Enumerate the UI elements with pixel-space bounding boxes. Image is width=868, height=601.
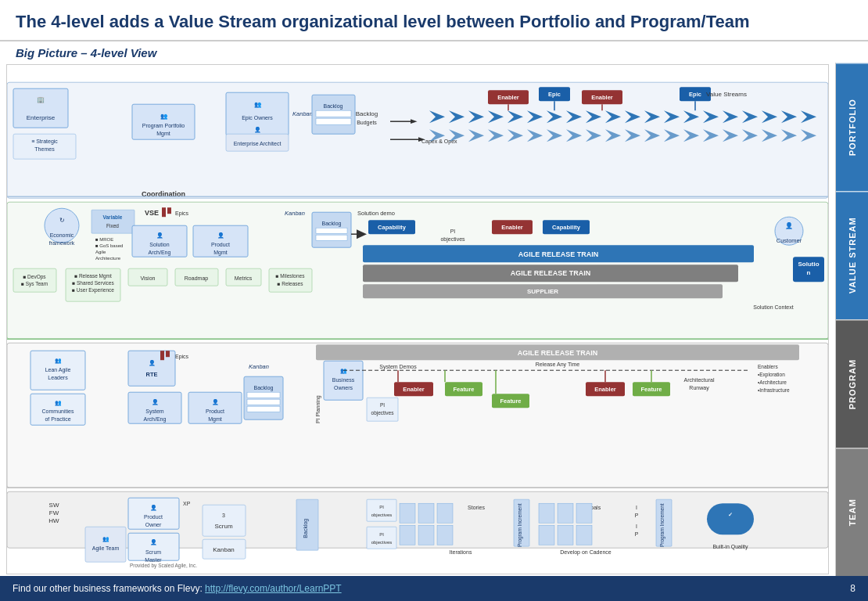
- svg-text:Enterprise: Enterprise: [27, 114, 56, 121]
- svg-text:Owner: Owner: [145, 522, 162, 527]
- label-program: PROGRAM: [836, 319, 868, 448]
- svg-text:P: P: [635, 513, 639, 518]
- svg-text:Fixed: Fixed: [106, 223, 119, 229]
- svg-rect-229: [203, 505, 246, 536]
- svg-rect-225: [128, 533, 179, 560]
- svg-text:Master: Master: [145, 557, 162, 563]
- svg-text:PI: PI: [450, 229, 456, 234]
- svg-rect-261: [400, 503, 415, 523]
- svg-text:Epic Owners: Epic Owners: [242, 115, 273, 121]
- svg-text:■ DevOps: ■ DevOps: [23, 274, 46, 280]
- svg-text:Capability: Capability: [552, 224, 581, 231]
- svg-text:Owners: Owners: [334, 385, 353, 390]
- diagram-svg: 🏢 Enterprise ≡ Strategic Themes Coordina…: [7, 65, 828, 574]
- svg-text:👤: 👤: [217, 232, 224, 239]
- svg-rect-267: [539, 503, 554, 523]
- page-title: The 4-level adds a Value Stream organiza…: [16, 11, 852, 34]
- svg-text:👤: 👤: [156, 232, 163, 239]
- svg-text:HW: HW: [48, 517, 59, 524]
- right-labels: PORTFOLIO VALUE STREAM PROGRAM TEAM: [835, 63, 868, 576]
- svg-text:I: I: [636, 524, 637, 529]
- svg-text:Business: Business: [332, 377, 355, 383]
- svg-text:Architecture: Architecture: [95, 256, 121, 261]
- svg-text:•Infrastructure: •Infrastructure: [758, 387, 790, 393]
- footer: Find our other business frameworks on Fl…: [0, 576, 868, 601]
- svg-text:Kanban: Kanban: [249, 363, 269, 370]
- svg-rect-242: [367, 527, 396, 549]
- svg-text:Enabler: Enabler: [591, 94, 613, 101]
- svg-rect-24: [316, 110, 351, 117]
- svg-text:AGILE RELEASE TRAIN: AGILE RELEASE TRAIN: [511, 269, 591, 277]
- svg-text:Value Streams: Value Streams: [706, 91, 747, 98]
- footer-link[interactable]: http://flevy.com/author/LearnPPT: [205, 583, 342, 594]
- svg-text:Backlog: Backlog: [303, 518, 309, 538]
- svg-rect-150: [269, 268, 312, 292]
- svg-text:👥: 👥: [102, 535, 109, 542]
- page-wrapper: The 4-level adds a Value Stream organiza…: [0, 0, 868, 601]
- svg-text:Backlog: Backlog: [356, 110, 378, 117]
- svg-text:Communities: Communities: [42, 408, 74, 414]
- svg-text:Feature: Feature: [640, 386, 662, 393]
- svg-text:Provided by Scaled Agile, Inc.: Provided by Scaled Agile, Inc.: [130, 563, 197, 569]
- svg-rect-263: [418, 503, 434, 523]
- label-team: TEAM: [836, 448, 868, 576]
- svg-text:Runway: Runway: [689, 385, 709, 391]
- svg-text:Develop on Cadence: Develop on Cadence: [560, 549, 611, 556]
- svg-text:RTE: RTE: [146, 371, 158, 378]
- svg-rect-264: [418, 525, 434, 545]
- svg-rect-182: [247, 399, 280, 405]
- svg-text:Program Portfolio: Program Portfolio: [142, 123, 185, 129]
- svg-text:Budgets: Budgets: [357, 120, 377, 126]
- svg-rect-179: [244, 376, 283, 419]
- svg-text:I: I: [636, 505, 637, 510]
- svg-text:AGILE RELEASE TRAIN: AGILE RELEASE TRAIN: [518, 250, 599, 258]
- svg-text:of Practice: of Practice: [45, 416, 70, 422]
- svg-text:Enabler: Enabler: [594, 386, 616, 393]
- footer-text: Find our other business frameworks on Fl…: [13, 583, 342, 594]
- svg-rect-181: [247, 392, 280, 398]
- svg-text:P: P: [635, 531, 639, 537]
- svg-rect-25: [316, 118, 351, 124]
- svg-text:AGILE RELEASE TRAIN: AGILE RELEASE TRAIN: [518, 349, 598, 357]
- svg-text:Roadmap: Roadmap: [185, 275, 208, 282]
- svg-text:Capability: Capability: [378, 224, 407, 231]
- svg-text:Solution Context: Solution Context: [753, 304, 793, 310]
- diagram-container: 🏢 Enterprise ≡ Strategic Themes Coordina…: [6, 64, 829, 574]
- svg-text:👤: 👤: [149, 359, 156, 366]
- svg-text:Solutio: Solutio: [798, 261, 819, 268]
- svg-text:Epic: Epic: [548, 91, 561, 98]
- svg-text:•Exploration: •Exploration: [758, 372, 785, 378]
- svg-text:SW: SW: [49, 502, 59, 509]
- svg-text:PI: PI: [379, 505, 384, 509]
- svg-text:Enablers: Enablers: [758, 364, 778, 369]
- svg-text:Program Increment: Program Increment: [517, 503, 523, 547]
- svg-text:Solution demo: Solution demo: [357, 210, 395, 217]
- svg-text:SUPPLIER: SUPPLIER: [527, 288, 558, 295]
- svg-rect-168: [166, 351, 170, 357]
- svg-text:👥: 👥: [55, 399, 62, 406]
- svg-text:Kanban: Kanban: [213, 546, 235, 553]
- page-number: 8: [850, 583, 855, 594]
- svg-text:Vision: Vision: [141, 275, 156, 281]
- svg-text:Epic: Epic: [689, 91, 701, 98]
- svg-text:framework: framework: [49, 240, 75, 246]
- svg-text:Economic: Economic: [50, 232, 74, 238]
- svg-text:■ GoS based: ■ GoS based: [95, 243, 123, 248]
- svg-text:Feature: Feature: [453, 386, 474, 393]
- svg-rect-111: [316, 228, 347, 233]
- svg-text:Feature: Feature: [500, 398, 521, 405]
- svg-text:Epics: Epics: [175, 211, 189, 217]
- svg-text:Built-in Quality: Built-in Quality: [712, 544, 748, 550]
- diagram-area: 🏢 Enterprise ≡ Strategic Themes Coordina…: [0, 63, 868, 576]
- svg-text:Stories: Stories: [468, 505, 485, 510]
- svg-text:Scrum: Scrum: [145, 549, 161, 555]
- svg-rect-271: [576, 503, 592, 523]
- svg-text:objectives: objectives: [371, 410, 395, 416]
- svg-rect-239: [367, 499, 396, 521]
- svg-text:PI: PI: [379, 532, 384, 537]
- svg-rect-4: [13, 88, 68, 128]
- svg-text:Backlog: Backlog: [322, 221, 342, 227]
- svg-rect-97: [162, 207, 166, 217]
- svg-text:Product: Product: [206, 408, 224, 414]
- svg-text:🏢: 🏢: [37, 95, 45, 103]
